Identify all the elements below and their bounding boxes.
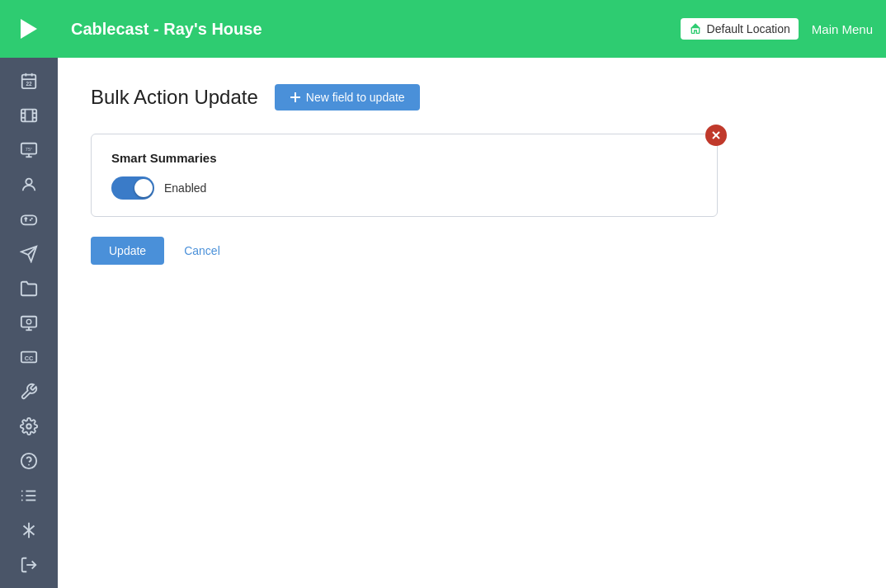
svg-point-17	[26, 178, 31, 184]
sidebar-nav: 22 75° CC	[0, 58, 58, 588]
sidebar-item-gamepad[interactable]	[0, 203, 58, 236]
sidebar-item-settings[interactable]	[0, 410, 58, 443]
svg-point-32	[26, 425, 31, 430]
svg-rect-18	[21, 215, 36, 224]
app-logo	[0, 0, 58, 58]
svg-rect-26	[21, 316, 36, 327]
cancel-button[interactable]: Cancel	[177, 237, 227, 265]
svg-marker-45	[690, 23, 700, 28]
toggle-label: Enabled	[164, 181, 206, 195]
svg-point-23	[30, 219, 31, 221]
sidebar-item-media[interactable]	[0, 99, 58, 132]
update-button[interactable]: Update	[91, 237, 164, 265]
new-field-button[interactable]: New field to update	[275, 84, 420, 111]
svg-text:CC: CC	[25, 355, 34, 362]
svg-rect-6	[21, 110, 36, 122]
svg-point-22	[31, 218, 33, 219]
content-area: Bulk Action Update New field to update S…	[58, 58, 886, 588]
close-icon	[712, 131, 720, 139]
topbar: Cablecast - Ray's House Default Location…	[58, 0, 886, 58]
page-header: Bulk Action Update New field to update	[91, 84, 853, 111]
toggle-row: Enabled	[111, 176, 697, 200]
svg-point-29	[26, 319, 31, 324]
smart-summaries-toggle[interactable]	[111, 176, 154, 200]
remove-card-button[interactable]	[705, 125, 727, 146]
sidebar-item-cc[interactable]: CC	[0, 341, 58, 374]
sidebar-item-live[interactable]: 75°	[0, 134, 58, 167]
sidebar-item-send[interactable]	[0, 238, 58, 270]
sidebar-item-folder[interactable]	[0, 272, 58, 305]
svg-text:22: 22	[26, 81, 32, 87]
sidebar-item-help[interactable]	[0, 445, 58, 477]
new-field-label: New field to update	[306, 91, 405, 104]
sidebar: 22 75° CC	[0, 0, 58, 588]
sidebar-item-logout[interactable]	[0, 548, 58, 581]
sidebar-item-screen[interactable]	[0, 307, 58, 340]
smart-summaries-card: Smart Summaries Enabled	[91, 134, 718, 217]
app-title: Cablecast - Ray's House	[71, 20, 667, 39]
sidebar-item-asterisk[interactable]	[0, 514, 58, 547]
location-button[interactable]: Default Location	[681, 18, 799, 40]
action-row: Update Cancel	[91, 237, 853, 265]
sidebar-item-wrench[interactable]	[0, 375, 58, 408]
sidebar-item-user[interactable]	[0, 168, 58, 201]
sidebar-item-calendar[interactable]: 22	[0, 64, 58, 97]
location-label: Default Location	[707, 22, 790, 35]
page-title: Bulk Action Update	[91, 86, 258, 109]
location-icon	[689, 22, 702, 35]
svg-marker-0	[21, 19, 37, 39]
sidebar-item-list[interactable]	[0, 479, 58, 512]
main-menu-button[interactable]: Main Menu	[812, 22, 873, 36]
toggle-thumb	[134, 179, 153, 197]
plus-icon	[290, 92, 301, 103]
main-wrapper: Cablecast - Ray's House Default Location…	[58, 0, 886, 588]
field-card-title: Smart Summaries	[111, 151, 697, 165]
svg-text:75°: 75°	[26, 147, 32, 152]
